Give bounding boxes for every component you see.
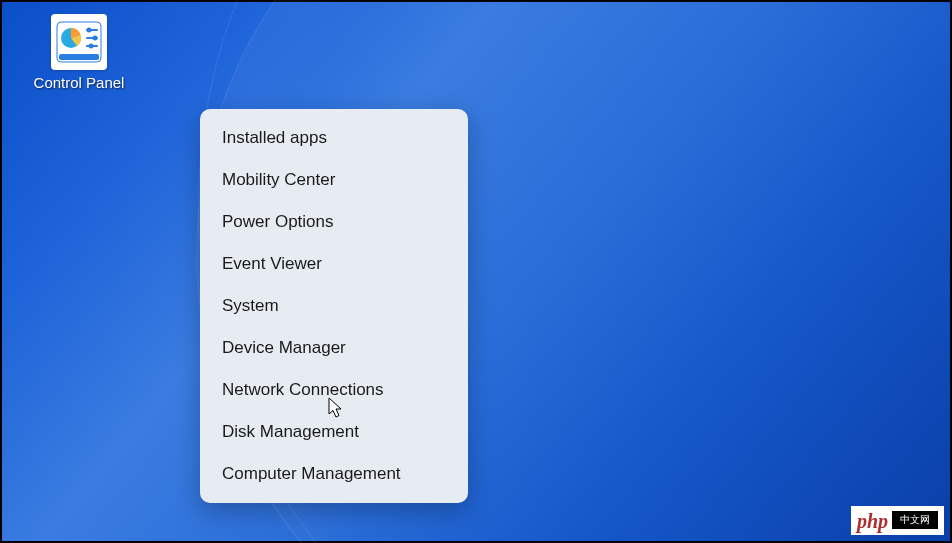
menu-item-event-viewer[interactable]: Event Viewer: [204, 243, 464, 285]
watermark-text-left: php: [857, 510, 888, 533]
desktop-icon-label: Control Panel: [30, 74, 128, 92]
watermark: php 中文网: [851, 506, 944, 535]
desktop-background[interactable]: Control Panel Installed apps Mobility Ce…: [0, 0, 952, 543]
watermark-text-right: 中文网: [892, 511, 938, 529]
svg-point-3: [87, 28, 92, 33]
desktop-icon-control-panel[interactable]: Control Panel: [30, 14, 128, 92]
menu-item-disk-management[interactable]: Disk Management: [204, 411, 464, 453]
menu-item-mobility-center[interactable]: Mobility Center: [204, 159, 464, 201]
control-panel-icon: [51, 14, 107, 70]
menu-item-computer-management[interactable]: Computer Management: [204, 453, 464, 495]
winx-context-menu: Installed apps Mobility Center Power Opt…: [200, 109, 468, 503]
menu-item-installed-apps[interactable]: Installed apps: [204, 117, 464, 159]
menu-item-power-options[interactable]: Power Options: [204, 201, 464, 243]
svg-point-7: [89, 44, 94, 49]
menu-item-device-manager[interactable]: Device Manager: [204, 327, 464, 369]
svg-point-5: [93, 36, 98, 41]
menu-item-network-connections[interactable]: Network Connections: [204, 369, 464, 411]
menu-item-system[interactable]: System: [204, 285, 464, 327]
svg-rect-8: [59, 54, 99, 60]
